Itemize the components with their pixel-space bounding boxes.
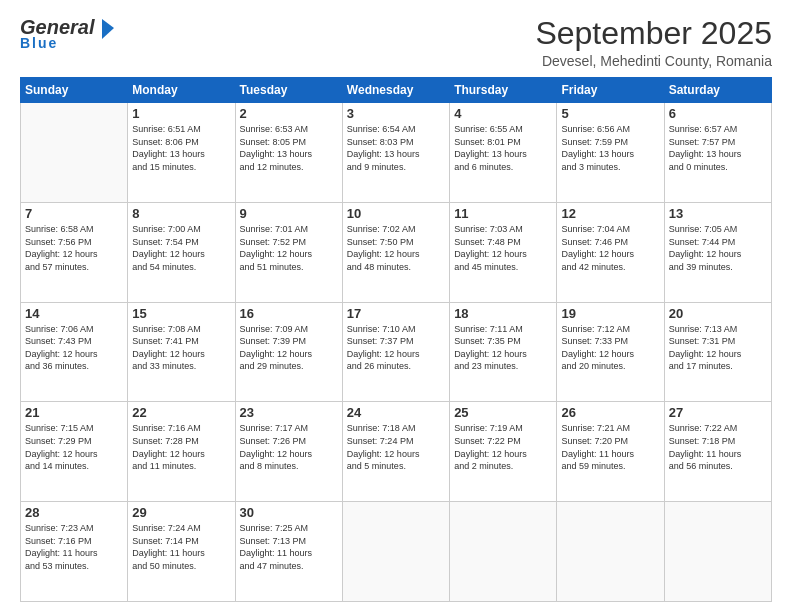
day-number: 11 — [454, 206, 552, 221]
day-number: 16 — [240, 306, 338, 321]
day-info: Sunrise: 6:54 AM Sunset: 8:03 PM Dayligh… — [347, 123, 445, 173]
day-info: Sunrise: 7:25 AM Sunset: 7:13 PM Dayligh… — [240, 522, 338, 572]
calendar-table: SundayMondayTuesdayWednesdayThursdayFrid… — [20, 77, 772, 602]
day-number: 26 — [561, 405, 659, 420]
calendar-cell: 24Sunrise: 7:18 AM Sunset: 7:24 PM Dayli… — [342, 402, 449, 502]
col-header-sunday: Sunday — [21, 78, 128, 103]
day-number: 30 — [240, 505, 338, 520]
day-info: Sunrise: 7:19 AM Sunset: 7:22 PM Dayligh… — [454, 422, 552, 472]
calendar-cell: 26Sunrise: 7:21 AM Sunset: 7:20 PM Dayli… — [557, 402, 664, 502]
day-number: 29 — [132, 505, 230, 520]
col-header-saturday: Saturday — [664, 78, 771, 103]
day-info: Sunrise: 7:04 AM Sunset: 7:46 PM Dayligh… — [561, 223, 659, 273]
day-number: 17 — [347, 306, 445, 321]
day-info: Sunrise: 7:16 AM Sunset: 7:28 PM Dayligh… — [132, 422, 230, 472]
day-info: Sunrise: 7:12 AM Sunset: 7:33 PM Dayligh… — [561, 323, 659, 373]
calendar-cell — [21, 103, 128, 203]
col-header-wednesday: Wednesday — [342, 78, 449, 103]
logo-blue-text: Blue — [20, 35, 116, 51]
day-info: Sunrise: 7:08 AM Sunset: 7:41 PM Dayligh… — [132, 323, 230, 373]
calendar-cell: 15Sunrise: 7:08 AM Sunset: 7:41 PM Dayli… — [128, 302, 235, 402]
calendar-cell: 17Sunrise: 7:10 AM Sunset: 7:37 PM Dayli… — [342, 302, 449, 402]
calendar-cell: 4Sunrise: 6:55 AM Sunset: 8:01 PM Daylig… — [450, 103, 557, 203]
calendar-cell: 21Sunrise: 7:15 AM Sunset: 7:29 PM Dayli… — [21, 402, 128, 502]
calendar-cell: 19Sunrise: 7:12 AM Sunset: 7:33 PM Dayli… — [557, 302, 664, 402]
calendar-cell: 30Sunrise: 7:25 AM Sunset: 7:13 PM Dayli… — [235, 502, 342, 602]
day-info: Sunrise: 7:18 AM Sunset: 7:24 PM Dayligh… — [347, 422, 445, 472]
day-number: 28 — [25, 505, 123, 520]
day-info: Sunrise: 6:53 AM Sunset: 8:05 PM Dayligh… — [240, 123, 338, 173]
day-number: 1 — [132, 106, 230, 121]
day-number: 27 — [669, 405, 767, 420]
calendar-cell: 1Sunrise: 6:51 AM Sunset: 8:06 PM Daylig… — [128, 103, 235, 203]
calendar-cell: 5Sunrise: 6:56 AM Sunset: 7:59 PM Daylig… — [557, 103, 664, 203]
calendar-week-5: 28Sunrise: 7:23 AM Sunset: 7:16 PM Dayli… — [21, 502, 772, 602]
day-info: Sunrise: 7:13 AM Sunset: 7:31 PM Dayligh… — [669, 323, 767, 373]
calendar-cell: 14Sunrise: 7:06 AM Sunset: 7:43 PM Dayli… — [21, 302, 128, 402]
day-number: 3 — [347, 106, 445, 121]
day-number: 20 — [669, 306, 767, 321]
month-title: September 2025 — [535, 16, 772, 51]
calendar-cell: 28Sunrise: 7:23 AM Sunset: 7:16 PM Dayli… — [21, 502, 128, 602]
calendar-week-1: 1Sunrise: 6:51 AM Sunset: 8:06 PM Daylig… — [21, 103, 772, 203]
calendar-cell: 22Sunrise: 7:16 AM Sunset: 7:28 PM Dayli… — [128, 402, 235, 502]
day-number: 8 — [132, 206, 230, 221]
day-info: Sunrise: 7:06 AM Sunset: 7:43 PM Dayligh… — [25, 323, 123, 373]
day-number: 12 — [561, 206, 659, 221]
day-number: 14 — [25, 306, 123, 321]
calendar-cell — [450, 502, 557, 602]
calendar-cell: 9Sunrise: 7:01 AM Sunset: 7:52 PM Daylig… — [235, 202, 342, 302]
calendar-week-4: 21Sunrise: 7:15 AM Sunset: 7:29 PM Dayli… — [21, 402, 772, 502]
day-number: 10 — [347, 206, 445, 221]
day-number: 22 — [132, 405, 230, 420]
title-block: September 2025 Devesel, Mehedinti County… — [535, 16, 772, 69]
day-info: Sunrise: 7:17 AM Sunset: 7:26 PM Dayligh… — [240, 422, 338, 472]
day-number: 13 — [669, 206, 767, 221]
calendar-cell: 18Sunrise: 7:11 AM Sunset: 7:35 PM Dayli… — [450, 302, 557, 402]
day-info: Sunrise: 7:10 AM Sunset: 7:37 PM Dayligh… — [347, 323, 445, 373]
day-info: Sunrise: 7:24 AM Sunset: 7:14 PM Dayligh… — [132, 522, 230, 572]
location: Devesel, Mehedinti County, Romania — [535, 53, 772, 69]
day-info: Sunrise: 6:55 AM Sunset: 8:01 PM Dayligh… — [454, 123, 552, 173]
col-header-monday: Monday — [128, 78, 235, 103]
day-info: Sunrise: 7:11 AM Sunset: 7:35 PM Dayligh… — [454, 323, 552, 373]
day-number: 21 — [25, 405, 123, 420]
day-number: 24 — [347, 405, 445, 420]
day-info: Sunrise: 7:02 AM Sunset: 7:50 PM Dayligh… — [347, 223, 445, 273]
header: General Blue September 2025 Devesel, Meh… — [20, 16, 772, 69]
col-header-thursday: Thursday — [450, 78, 557, 103]
calendar-cell: 29Sunrise: 7:24 AM Sunset: 7:14 PM Dayli… — [128, 502, 235, 602]
day-info: Sunrise: 7:00 AM Sunset: 7:54 PM Dayligh… — [132, 223, 230, 273]
calendar-cell — [342, 502, 449, 602]
calendar-cell: 25Sunrise: 7:19 AM Sunset: 7:22 PM Dayli… — [450, 402, 557, 502]
calendar-week-3: 14Sunrise: 7:06 AM Sunset: 7:43 PM Dayli… — [21, 302, 772, 402]
day-number: 9 — [240, 206, 338, 221]
day-number: 5 — [561, 106, 659, 121]
calendar-cell: 6Sunrise: 6:57 AM Sunset: 7:57 PM Daylig… — [664, 103, 771, 203]
day-info: Sunrise: 7:01 AM Sunset: 7:52 PM Dayligh… — [240, 223, 338, 273]
day-info: Sunrise: 7:23 AM Sunset: 7:16 PM Dayligh… — [25, 522, 123, 572]
logo: General Blue — [20, 16, 116, 51]
calendar-cell: 2Sunrise: 6:53 AM Sunset: 8:05 PM Daylig… — [235, 103, 342, 203]
col-header-tuesday: Tuesday — [235, 78, 342, 103]
calendar-cell: 16Sunrise: 7:09 AM Sunset: 7:39 PM Dayli… — [235, 302, 342, 402]
day-number: 2 — [240, 106, 338, 121]
calendar-cell: 7Sunrise: 6:58 AM Sunset: 7:56 PM Daylig… — [21, 202, 128, 302]
day-number: 7 — [25, 206, 123, 221]
calendar-cell: 10Sunrise: 7:02 AM Sunset: 7:50 PM Dayli… — [342, 202, 449, 302]
day-number: 18 — [454, 306, 552, 321]
day-number: 23 — [240, 405, 338, 420]
calendar-cell: 11Sunrise: 7:03 AM Sunset: 7:48 PM Dayli… — [450, 202, 557, 302]
day-number: 19 — [561, 306, 659, 321]
day-number: 4 — [454, 106, 552, 121]
calendar-cell: 8Sunrise: 7:00 AM Sunset: 7:54 PM Daylig… — [128, 202, 235, 302]
day-info: Sunrise: 6:56 AM Sunset: 7:59 PM Dayligh… — [561, 123, 659, 173]
calendar-cell: 20Sunrise: 7:13 AM Sunset: 7:31 PM Dayli… — [664, 302, 771, 402]
day-number: 25 — [454, 405, 552, 420]
calendar-page: General Blue September 2025 Devesel, Meh… — [0, 0, 792, 612]
col-header-friday: Friday — [557, 78, 664, 103]
calendar-cell: 13Sunrise: 7:05 AM Sunset: 7:44 PM Dayli… — [664, 202, 771, 302]
day-info: Sunrise: 6:51 AM Sunset: 8:06 PM Dayligh… — [132, 123, 230, 173]
calendar-cell — [557, 502, 664, 602]
day-info: Sunrise: 7:03 AM Sunset: 7:48 PM Dayligh… — [454, 223, 552, 273]
